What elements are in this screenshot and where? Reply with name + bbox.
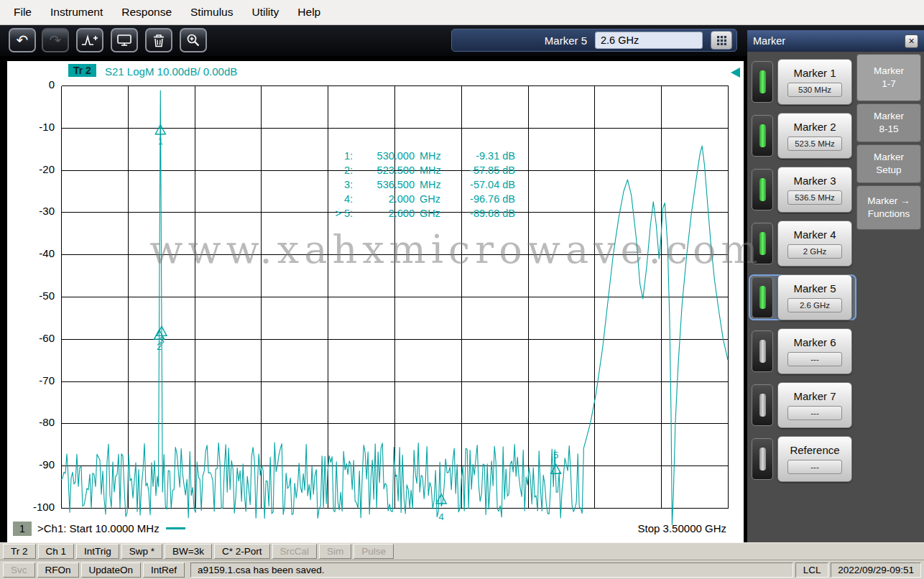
y-axis-tick-label: -30 bbox=[7, 205, 55, 217]
status-row-1: Tr 2Ch 1IntTrigSwp *BW=3kC* 2-PortSrcCal… bbox=[0, 542, 924, 560]
marker-row-marker-5: Marker 52.6 GHz bbox=[749, 274, 856, 320]
marker-button-label: Marker 1 bbox=[793, 67, 836, 79]
menu-instrument[interactable]: Instrument bbox=[41, 0, 112, 24]
marker-row-marker-6: Marker 6--- bbox=[749, 328, 856, 374]
marker-panel-tabs: Marker 1-7Marker 8-15Marker SetupMarker … bbox=[856, 54, 921, 232]
tab-marker-→-functions[interactable]: Marker → Functions bbox=[856, 185, 921, 230]
marker-button-label: Reference bbox=[790, 444, 839, 456]
readout-value: -57.85 dB bbox=[449, 165, 515, 176]
readout-value: -96.76 dB bbox=[449, 193, 515, 205]
readout-marker-number: 1: bbox=[321, 150, 353, 162]
marker-button-label: Marker 7 bbox=[793, 390, 836, 402]
marker-button-value: 2.6 GHz bbox=[787, 298, 842, 312]
menu-utility[interactable]: Utility bbox=[242, 0, 288, 24]
trash-icon bbox=[152, 34, 166, 47]
marker-button-label: Marker 2 bbox=[793, 121, 836, 133]
readout-value: -89.68 dB bbox=[449, 208, 515, 219]
readout-row: > 5:2.600GHz-89.68 dB bbox=[321, 206, 515, 221]
readout-unit: GHz bbox=[415, 193, 449, 205]
marker-button-label: Marker 5 bbox=[793, 282, 836, 295]
reference-level-arrow-icon bbox=[731, 68, 740, 78]
trace-badge[interactable]: Tr 2 bbox=[68, 64, 96, 77]
readout-frequency: 530.000 bbox=[353, 150, 415, 162]
readout-row: 1:530.000MHz-9.31 dB bbox=[321, 149, 515, 163]
marker-button-marker-4[interactable]: Marker 42 GHz bbox=[777, 221, 852, 267]
marker-button-label: Marker 3 bbox=[793, 175, 836, 187]
marker-button-value: 2 GHz bbox=[787, 244, 842, 259]
undo-button[interactable]: ↶ bbox=[9, 28, 36, 52]
status-message: a9159.1.csa has been saved. bbox=[190, 562, 793, 578]
close-button[interactable]: × bbox=[905, 34, 918, 48]
zoom-button[interactable] bbox=[180, 28, 207, 52]
marker-button-value: 523.5 MHz bbox=[787, 136, 842, 151]
marker-led-marker-3[interactable] bbox=[752, 169, 773, 210]
status-lcl: LCL bbox=[795, 562, 828, 578]
screen-capture-button[interactable] bbox=[111, 28, 138, 52]
redo-button: ↷ bbox=[42, 28, 69, 52]
marker-led-marker-2[interactable] bbox=[752, 115, 773, 157]
marker-button-marker-2[interactable]: Marker 2523.5 MHz bbox=[777, 113, 852, 159]
marker-led-reference[interactable] bbox=[752, 438, 773, 480]
marker-button-marker-1[interactable]: Marker 1530 MHz bbox=[777, 59, 852, 105]
status-bar: Tr 2Ch 1IntTrigSwp *BW=3kC* 2-PortSrcCal… bbox=[0, 542, 924, 579]
marker-led-marker-6[interactable] bbox=[752, 330, 773, 372]
marker-led-marker-1[interactable] bbox=[752, 61, 773, 103]
marker-led-marker-5[interactable] bbox=[752, 277, 773, 318]
marker-button-marker-7[interactable]: Marker 7--- bbox=[777, 382, 852, 428]
marker-panel: Marker × Marker 1530 MHzMarker 2523.5 MH… bbox=[747, 30, 924, 542]
marker-led-marker-7[interactable] bbox=[752, 384, 773, 426]
channel-badge[interactable]: 1 bbox=[13, 522, 32, 536]
keypad-icon bbox=[716, 35, 727, 46]
marker-row-marker-2: Marker 2523.5 MHz bbox=[749, 113, 856, 159]
status-c-2-port[interactable]: C* 2-Port bbox=[214, 544, 270, 559]
status-row-2: SvcRFOnUpdateOnIntRefa9159.1.csa has bee… bbox=[0, 561, 924, 579]
vna-application-window: FileInstrumentResponseStimulusUtilityHel… bbox=[0, 0, 924, 579]
marker-button-marker-5[interactable]: Marker 52.6 GHz bbox=[777, 274, 852, 320]
marker-row-marker-4: Marker 42 GHz bbox=[749, 221, 856, 267]
status-intref[interactable]: IntRef bbox=[143, 562, 185, 578]
y-axis-tick-label: -80 bbox=[7, 416, 55, 428]
status-bw-3k[interactable]: BW=3k bbox=[165, 544, 212, 559]
y-axis-labels: 0-10-20-30-40-50-60-70-80-90-100 bbox=[7, 61, 57, 542]
svg-text:4: 4 bbox=[439, 511, 444, 522]
tab-marker-8-15[interactable]: Marker 8-15 bbox=[856, 103, 921, 142]
status-ch-1[interactable]: Ch 1 bbox=[38, 544, 75, 559]
marker-led-marker-4[interactable] bbox=[752, 223, 773, 264]
keypad-button[interactable] bbox=[711, 31, 732, 50]
marker-entry-label: Marker 5 bbox=[545, 34, 587, 47]
status-tr-2[interactable]: Tr 2 bbox=[3, 544, 36, 559]
marker-row-reference: Reference--- bbox=[749, 436, 856, 482]
marker-button-marker-6[interactable]: Marker 6--- bbox=[777, 328, 852, 374]
channel-start-label: >Ch1: Start 10.0000 MHz bbox=[37, 522, 185, 534]
tab-marker-setup[interactable]: Marker Setup bbox=[856, 144, 921, 183]
delete-button[interactable] bbox=[145, 28, 172, 52]
readout-marker-number: 2: bbox=[321, 165, 353, 176]
marker-button-reference[interactable]: Reference--- bbox=[777, 436, 852, 482]
status-rfon[interactable]: RFOn bbox=[37, 562, 79, 578]
readout-unit: MHz bbox=[415, 165, 449, 176]
marker-panel-title: Marker bbox=[753, 35, 785, 47]
tab-marker-1-7[interactable]: Marker 1-7 bbox=[856, 54, 921, 101]
add-marker-button[interactable] bbox=[76, 28, 103, 52]
svg-text:1: 1 bbox=[158, 136, 163, 147]
menu-response[interactable]: Response bbox=[112, 0, 181, 24]
readout-row: 4:2.000GHz-96.76 dB bbox=[321, 192, 515, 206]
close-icon: × bbox=[908, 36, 914, 46]
led-off-indicator bbox=[759, 448, 766, 471]
status-swp-[interactable]: Swp * bbox=[121, 544, 162, 559]
led-off-indicator bbox=[759, 394, 766, 417]
menu-file[interactable]: File bbox=[4, 0, 41, 24]
y-axis-tick-label: -60 bbox=[7, 332, 55, 344]
trace-color-dash-icon bbox=[166, 527, 185, 529]
status-inttrig[interactable]: IntTrig bbox=[76, 544, 119, 559]
marker-frequency-input[interactable] bbox=[595, 32, 703, 49]
y-axis-tick-label: -20 bbox=[7, 163, 55, 175]
screen-capture-icon bbox=[116, 34, 132, 47]
marker-button-value: --- bbox=[787, 406, 842, 420]
led-on-indicator bbox=[759, 286, 766, 309]
readout-unit: MHz bbox=[415, 150, 449, 162]
menu-stimulus[interactable]: Stimulus bbox=[181, 0, 242, 24]
marker-button-marker-3[interactable]: Marker 3536.5 MHz bbox=[777, 167, 852, 213]
menu-help[interactable]: Help bbox=[288, 0, 330, 24]
status-updateon[interactable]: UpdateOn bbox=[81, 562, 142, 578]
